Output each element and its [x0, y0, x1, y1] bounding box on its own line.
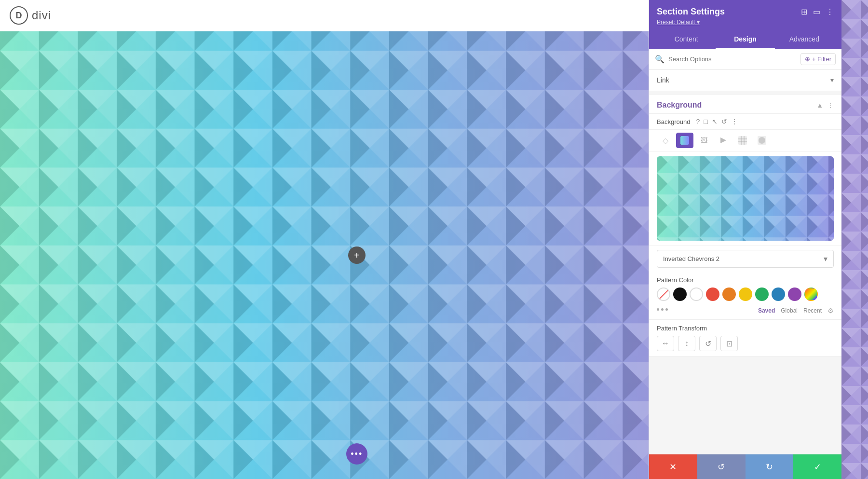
- logo-area: D divi: [10, 6, 51, 25]
- background-reset-icon[interactable]: ↺: [721, 118, 727, 125]
- cancel-button[interactable]: ✕: [649, 454, 697, 479]
- add-section-button[interactable]: +: [348, 246, 366, 264]
- pattern-canvas: + •••: [0, 31, 649, 479]
- transform-flip-h-btn[interactable]: ↔: [657, 336, 674, 351]
- link-chevron-icon: ▾: [830, 76, 834, 84]
- background-title-row: Background ▲ ⋮: [649, 95, 841, 114]
- reset-button[interactable]: ↺: [697, 454, 746, 479]
- bottom-action-bar: ✕ ↺ ↻ ✓: [649, 454, 841, 479]
- background-section: Background ▲ ⋮ Background ? □ ↖ ↺ ⋮: [649, 95, 841, 356]
- redo-icon: ↻: [766, 462, 773, 472]
- pattern-transform-label: Pattern Transform: [657, 325, 834, 332]
- background-label: Background: [657, 118, 690, 125]
- right-edge-panel: [841, 0, 868, 479]
- reset-icon: ↺: [718, 462, 725, 472]
- color-swatch-purple[interactable]: [788, 287, 801, 301]
- filter-button[interactable]: ⊕ + Filter: [800, 53, 836, 65]
- panel-title-row: Section Settings ⊞ ▭ ⋮: [657, 7, 834, 17]
- color-swatch-green[interactable]: [755, 287, 769, 301]
- background-section-icons: ▲ ⋮: [816, 101, 834, 109]
- color-swatch-yellow[interactable]: [739, 287, 752, 301]
- svg-rect-5: [0, 31, 649, 479]
- redo-button[interactable]: ↻: [746, 454, 794, 479]
- settings-panel: Section Settings ⊞ ▭ ⋮ Preset: Default ▾…: [649, 0, 841, 479]
- background-desktop-icon[interactable]: □: [704, 118, 707, 125]
- saved-global-row: Saved Global Recent ⚙: [758, 304, 834, 315]
- pattern-dropdown[interactable]: Inverted Chevrons 2 ▾: [657, 250, 834, 268]
- bg-type-video[interactable]: [715, 133, 732, 148]
- panel-header-icons: ⊞ ▭ ⋮: [801, 7, 834, 16]
- canvas-area: D divi: [0, 0, 649, 479]
- svg-rect-15: [759, 137, 765, 144]
- bg-type-image[interactable]: 🖼: [695, 133, 713, 148]
- recent-btn[interactable]: Recent: [803, 307, 822, 314]
- background-type-tabs: ◇ 🖼: [649, 130, 841, 151]
- svg-rect-27: [841, 0, 868, 479]
- svg-rect-9: [738, 136, 747, 145]
- pattern-transform-section: Pattern Transform ↔ ↕ ↺ ⊡: [649, 320, 841, 356]
- tab-design[interactable]: Design: [716, 30, 774, 49]
- background-help-icon[interactable]: ?: [696, 118, 700, 125]
- bg-type-pattern[interactable]: [734, 133, 751, 148]
- background-icons-row: ? □ ↖ ↺ ⋮: [696, 118, 737, 125]
- color-swatch-gradient[interactable]: [804, 287, 818, 301]
- top-bar: D divi: [0, 0, 649, 31]
- bg-type-none[interactable]: ◇: [657, 133, 674, 148]
- logo-icon: D: [10, 6, 28, 25]
- transform-size-btn[interactable]: ⊡: [720, 336, 738, 351]
- pattern-preview: [657, 156, 834, 241]
- saved-btn[interactable]: Saved: [758, 307, 775, 314]
- search-bar: 🔍 ⊕ + Filter: [649, 49, 841, 69]
- preset-label: Preset:: [657, 19, 677, 26]
- panel-tabs: Content Design Advanced: [657, 30, 834, 49]
- preset-value[interactable]: Default ▾: [677, 19, 699, 26]
- pattern-color-section: Pattern Color: [649, 272, 841, 320]
- color-swatch-orange[interactable]: [722, 287, 736, 301]
- tab-content[interactable]: Content: [657, 30, 716, 49]
- global-btn[interactable]: Global: [781, 307, 798, 314]
- color-swatch-transparent[interactable]: [657, 287, 670, 301]
- pattern-preview-container: [649, 151, 841, 246]
- save-icon: ✓: [814, 462, 821, 472]
- svg-rect-21: [657, 156, 834, 241]
- background-options-icon[interactable]: ⋮: [731, 118, 738, 125]
- background-title: Background: [657, 101, 702, 109]
- filter-icon: ⊕: [805, 55, 810, 63]
- search-icon: 🔍: [655, 55, 665, 64]
- pattern-color-label: Pattern Color: [657, 276, 834, 284]
- color-swatch-black[interactable]: [673, 287, 687, 301]
- panel-header: Section Settings ⊞ ▭ ⋮ Preset: Default ▾…: [649, 0, 841, 49]
- panel-body: 🔍 ⊕ + Filter Link ▾ Background ▲ ⋮: [649, 49, 841, 454]
- save-button[interactable]: ✓: [793, 454, 841, 479]
- expand-icon[interactable]: ▭: [813, 7, 820, 16]
- color-swatches: [657, 287, 834, 301]
- panel-title: Section Settings: [657, 7, 725, 17]
- pattern-name: Inverted Chevrons 2: [663, 255, 719, 262]
- color-swatch-white[interactable]: [690, 287, 703, 301]
- svg-marker-8: [720, 137, 726, 143]
- color-settings-icon[interactable]: ⚙: [827, 307, 834, 315]
- collapse-icon[interactable]: ▲: [816, 101, 823, 109]
- search-input[interactable]: [668, 55, 797, 63]
- pattern-background-svg: [0, 31, 649, 479]
- transform-flip-v-btn[interactable]: ↕: [678, 336, 695, 351]
- responsive-icon[interactable]: ⊞: [801, 7, 807, 16]
- bg-type-color[interactable]: [676, 133, 693, 148]
- more-dots[interactable]: [657, 307, 668, 312]
- more-options-icon[interactable]: ⋮: [826, 7, 834, 16]
- transform-icons-row: ↔ ↕ ↺ ⊡: [657, 336, 834, 351]
- link-label: Link: [657, 76, 669, 84]
- link-section[interactable]: Link ▾: [649, 69, 841, 91]
- color-swatch-blue[interactable]: [772, 287, 785, 301]
- pattern-dropdown-arrow: ▾: [824, 254, 827, 263]
- transform-rotate-btn[interactable]: ↺: [699, 336, 717, 351]
- background-cursor-icon[interactable]: ↖: [712, 118, 718, 125]
- color-swatch-red[interactable]: [706, 287, 719, 301]
- tab-advanced[interactable]: Advanced: [775, 30, 834, 49]
- svg-rect-7: [680, 136, 689, 145]
- bg-type-mask[interactable]: [753, 133, 771, 148]
- cancel-icon: ✕: [669, 462, 677, 472]
- background-more-icon[interactable]: ⋮: [827, 101, 834, 109]
- section-options-button[interactable]: •••: [346, 443, 367, 465]
- preset-row: Preset: Default ▾: [657, 19, 834, 26]
